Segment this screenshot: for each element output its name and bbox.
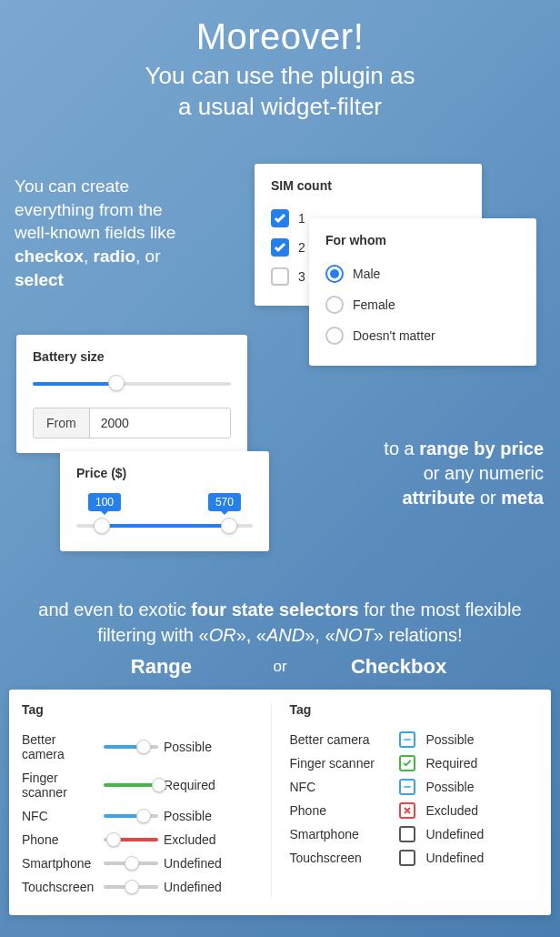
price-title: Price ($) [76,466,253,480]
tag-state: Possible [164,809,271,823]
tag-header: Tag [22,702,271,717]
tag-state: Excluded [426,803,539,818]
check-tag-row: Better cameraPossible [290,728,539,751]
check-tag-row: NFCPossible [290,775,539,799]
check-tag-row: TouchscreenUndefined [290,846,539,870]
checkbox-label: 1 [298,211,305,226]
price-min-tip: 100 [88,493,121,511]
tag-name: Phone [290,803,392,818]
tag-state: Possible [426,732,539,747]
battery-slider[interactable] [33,377,231,391]
tag-name: Better camera [22,732,98,761]
radio[interactable] [325,265,344,283]
svg-rect-1 [404,786,411,788]
state-box[interactable] [399,826,415,842]
range-tag-row: Finger scannerRequired [22,766,271,804]
tag-state: Required [426,756,539,771]
tag-state: Undefined [426,827,539,841]
exotic-text: and even to exotic four state selectors … [0,597,560,648]
mini-slider[interactable] [104,833,158,846]
tag-name: Finger scanner [22,771,98,800]
battery-title: Battery size [33,349,231,364]
checkbox-label: 2 [298,240,305,255]
tag-name: Phone [22,832,98,847]
mini-slider[interactable] [104,779,158,791]
mini-slider[interactable] [104,881,158,893]
whom-row: Doesn't matter [325,320,520,351]
check-tag-row: SmartphoneUndefined [290,822,539,846]
checkbox-label: 3 [298,269,305,284]
hero: Moreover! You can use the plugin as a us… [0,0,560,132]
mini-slider[interactable] [104,857,158,870]
from-label: From [34,408,90,438]
range-tag-row: TouchscreenUndefined [22,875,271,899]
tag-state: Required [164,778,271,792]
checkbox[interactable] [271,238,289,257]
radio-label: Doesn't matter [353,328,435,343]
or-label: or [273,658,286,676]
tag-name: Finger scanner [290,756,392,771]
hero-title: Moreover! [18,16,542,57]
price-max-thumb[interactable] [221,518,237,534]
range-column: Tag Better cameraPossibleFinger scannerR… [22,702,271,899]
tag-name: Smartphone [22,856,98,871]
svg-rect-0 [404,739,411,741]
radio[interactable] [325,296,344,314]
price-card: Price ($) 100 570 [60,451,269,551]
tags-card: Tag Better cameraPossibleFinger scannerR… [9,690,551,915]
tag-header: Tag [290,702,539,717]
price-min-thumb[interactable] [94,518,110,534]
battery-from-input[interactable]: From 2000 [33,408,231,438]
from-value: 2000 [90,408,230,438]
right-text: to a range by price or any numeric attri… [384,437,544,510]
tag-state: Undefined [426,851,539,865]
state-box[interactable] [399,850,415,866]
sim-title: SIM count [271,178,465,193]
price-slider[interactable]: 100 570 [76,491,253,537]
state-box[interactable] [399,755,415,771]
tag-name: Touchscreen [290,851,392,865]
tag-name: NFC [290,780,392,794]
tag-name: Touchscreen [22,880,98,894]
tag-state: Undefined [164,880,271,894]
state-box[interactable] [399,802,415,819]
range-tag-row: Better cameraPossible [22,728,271,766]
tag-name: Smartphone [290,827,392,841]
range-label: Range [75,655,247,679]
price-max-tip: 570 [208,493,241,511]
whom-title: For whom [325,233,520,247]
tag-state: Undefined [164,856,271,871]
tag-name: NFC [22,809,98,823]
checkbox[interactable] [271,209,289,227]
intro-text: You can create everything from the well-… [15,175,196,291]
radio-label: Male [353,267,380,281]
checkbox-label: Checkbox [313,655,485,679]
battery-thumb[interactable] [108,375,125,391]
mini-slider[interactable] [104,810,158,822]
mini-slider[interactable] [104,741,158,753]
checkbox[interactable] [271,267,289,286]
state-box[interactable] [399,731,415,748]
range-tag-row: NFCPossible [22,804,271,828]
whom-card: For whom MaleFemaleDoesn't matter [309,218,536,366]
tag-state: Possible [164,740,271,754]
tag-name: Better camera [290,732,392,747]
range-tag-row: SmartphoneUndefined [22,851,271,875]
radio-label: Female [353,297,395,312]
battery-card: Battery size From 2000 [16,335,247,453]
tag-state: Possible [426,780,539,794]
check-tag-row: PhoneExcluded [290,799,539,822]
check-tag-row: Finger scannerRequired [290,751,539,775]
range-tag-row: PhoneExcluded [22,828,271,851]
hero-subtitle: You can use the plugin as a usual widget… [18,61,542,123]
tag-state: Excluded [164,832,271,847]
range-or-checkbox: Range or Checkbox [0,655,560,679]
radio[interactable] [325,327,344,345]
checkbox-column: Tag Better cameraPossibleFinger scannerR… [271,702,539,899]
whom-row: Female [325,289,520,320]
state-box[interactable] [399,779,415,795]
whom-row: Male [325,258,520,289]
